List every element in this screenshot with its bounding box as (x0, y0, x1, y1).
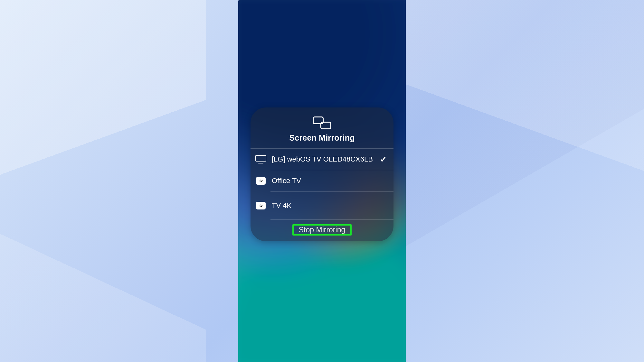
device-label: [LG] webOS TV OLED48CX6LB (272, 155, 375, 164)
checkmark-icon: ✓ (380, 154, 387, 164)
device-label: Office TV (272, 176, 387, 185)
modal-footer: Stop Mirroring (251, 220, 393, 241)
modal-header: Screen Mirroring (251, 107, 393, 148)
device-row-office-tv[interactable]: tv Office TV (251, 170, 393, 191)
screen-mirroring-modal: Screen Mirroring [LG] webOS TV OLED48CX6… (251, 107, 393, 241)
apple-tv-icon: tv (256, 177, 266, 185)
tutorial-highlight-box: Stop Mirroring (292, 224, 352, 236)
apple-tv-icon: tv (256, 202, 266, 209)
device-row-lg-tv[interactable]: [LG] webOS TV OLED48CX6LB ✓ (251, 149, 393, 170)
phone-screenshot: Screen Mirroring [LG] webOS TV OLED48CX6… (238, 0, 406, 362)
tv-icon (255, 155, 266, 163)
stop-mirroring-button[interactable]: Stop Mirroring (294, 224, 350, 236)
device-label: TV 4K (272, 201, 387, 210)
screen-mirroring-icon (313, 116, 331, 129)
modal-title: Screen Mirroring (289, 133, 355, 143)
device-row-tv-4k[interactable]: tv TV 4K (251, 192, 393, 219)
